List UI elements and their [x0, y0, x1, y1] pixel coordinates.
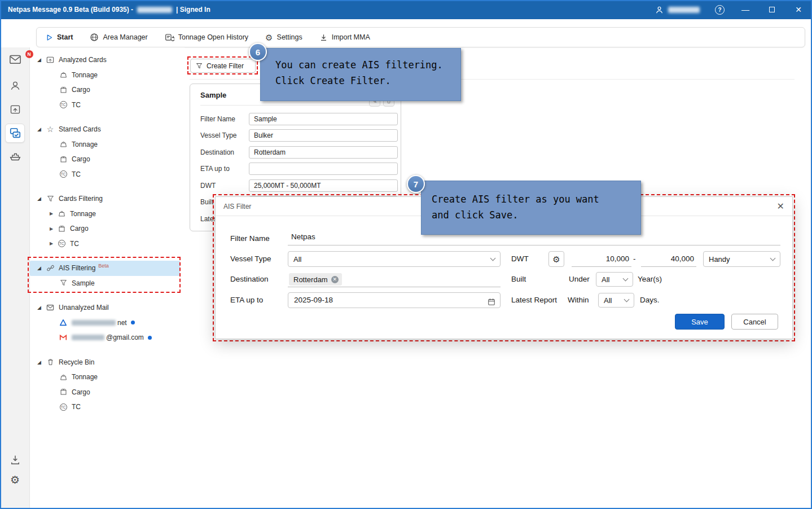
import-mma-button[interactable]: Import MMA — [319, 33, 370, 42]
start-button[interactable]: Start — [46, 33, 73, 41]
collapsed-icon[interactable]: ▶ — [50, 241, 57, 246]
sidebar-item-unanalyzed-mail[interactable]: ◢ Unanalyzed Mail — [30, 300, 185, 315]
dwt-max-input[interactable]: 40,000 — [641, 251, 696, 267]
panel-title: Sample — [200, 91, 226, 99]
collapsed-icon[interactable]: ▶ — [50, 211, 57, 216]
mail-rail-button[interactable]: N — [0, 53, 30, 68]
tonnage-open-history-button[interactable]: Tonnage Open History — [165, 33, 248, 42]
sidebar-item-tonnage[interactable]: Tonnage — [30, 370, 185, 385]
sidebar-item-label: TC — [72, 403, 81, 411]
eta-date-input[interactable]: 2025-09-18 — [288, 292, 501, 308]
redacted-email — [72, 335, 104, 340]
sidebar-item-label: Cargo — [72, 155, 90, 163]
sidebar-item-tonnage[interactable]: Tonnage — [30, 137, 185, 152]
sidebar-item-label: TC — [70, 240, 79, 248]
redacted-username — [668, 7, 700, 13]
account-menu[interactable] — [655, 5, 700, 15]
trash-icon — [46, 358, 55, 366]
field-label: Destination — [200, 148, 249, 156]
sidebar-item-mail-account-1[interactable]: net — [30, 315, 185, 331]
unread-indicator — [148, 336, 152, 340]
filter-name-input[interactable]: Sample — [249, 113, 398, 125]
tonnage-icon — [59, 374, 68, 381]
settings-button[interactable]: ⚙ Settings — [265, 33, 302, 42]
close-icon[interactable]: ✕ — [777, 201, 784, 212]
filter-icon — [59, 279, 68, 287]
latest-report-select[interactable]: All — [598, 293, 634, 308]
calendar-icon[interactable] — [488, 296, 495, 311]
expand-icon[interactable]: ◢ — [37, 196, 46, 201]
remove-destination-icon[interactable]: ✕ — [331, 276, 339, 283]
sidebar-item-cargo[interactable]: Cargo — [30, 82, 185, 98]
expand-icon[interactable]: ◢ — [37, 126, 46, 132]
sidebar-item-mail-account-2[interactable]: @gmail.com — [30, 330, 185, 345]
sidebar-item-cards-filtering[interactable]: ◢ Cards Filtering — [30, 191, 185, 207]
globe-icon — [90, 33, 99, 42]
expand-icon[interactable]: ◢ — [37, 305, 46, 310]
eta-input[interactable] — [249, 163, 398, 175]
dwt-settings-button[interactable]: ⚙ — [548, 251, 564, 267]
sidebar-item-tc[interactable]: TC TC — [30, 400, 185, 415]
maximize-button[interactable] — [766, 4, 778, 15]
step-7-marker: 7 — [407, 175, 425, 193]
sidebar-item-cargo[interactable]: Cargo — [30, 385, 185, 400]
callout-step-7: Create AIS filter as you want and click … — [421, 181, 641, 235]
expand-icon[interactable]: ◢ — [37, 265, 46, 271]
dwt-input[interactable]: 25,000MT - 50,000MT — [249, 179, 398, 192]
sidebar-item-starred-cards[interactable]: ◢ ☆ Starred Cards — [30, 122, 185, 137]
sidebar-item-tc[interactable]: ▶ TC TC — [30, 236, 185, 252]
chevron-down-icon — [624, 297, 630, 302]
sidebar-item-tonnage[interactable]: Tonnage — [30, 68, 185, 83]
field-label: ETA up to — [200, 165, 249, 173]
close-button[interactable]: ✕ — [793, 4, 804, 15]
notification-badge: N — [25, 50, 33, 58]
sidebar-item-ais-filtering[interactable]: ◢ AIS Filtering Beta — [30, 261, 180, 276]
titlebar: Netpas Message 0.9 Beta (Build 0935) - |… — [0, 0, 812, 19]
gear-icon: ⚙ — [552, 255, 560, 264]
save-button[interactable]: Save — [675, 314, 725, 330]
dwt-size-select[interactable]: Handy — [703, 251, 780, 267]
dialog-title: AIS Filter — [223, 197, 251, 216]
sidebar-item-label: TC — [72, 101, 81, 109]
dwt-label: DWT — [511, 254, 529, 263]
built-select[interactable]: All — [596, 272, 633, 287]
ship-rail-button[interactable] — [0, 150, 30, 163]
sidebar-item-recycle-bin[interactable]: ◢ Recycle Bin — [30, 355, 185, 370]
sidebar: ◢ Analyzed Cards Tonnage Cargo TC TC ◢ ☆… — [30, 47, 185, 509]
cancel-button[interactable]: Cancel — [731, 314, 778, 330]
sidebar-item-label: net — [117, 319, 127, 327]
app-title-text: Netpas Message 0.9 Beta (Build 0935) - — [8, 6, 133, 14]
sidebar-item-cargo[interactable]: Cargo — [30, 152, 185, 167]
vessel-type-select[interactable]: All — [288, 251, 501, 267]
contacts-rail-button[interactable] — [0, 80, 30, 91]
latest-report-prefix: Within — [568, 296, 589, 304]
expand-icon[interactable]: ◢ — [37, 359, 46, 365]
destination-tag: Rotterdam ✕ — [289, 273, 342, 286]
cards-rail-button-selected[interactable] — [5, 124, 25, 143]
download-rail-button[interactable] — [0, 454, 30, 466]
mail-icon — [46, 304, 55, 311]
collapsed-icon[interactable]: ▶ — [50, 226, 57, 231]
redacted-account-name — [137, 7, 172, 13]
sidebar-item-tonnage[interactable]: ▶ Tonnage — [30, 207, 185, 222]
eta-label: ETA up to — [230, 296, 263, 304]
minimize-button[interactable]: — — [740, 4, 751, 15]
sidebar-item-analyzed-cards[interactable]: ◢ Analyzed Cards — [30, 52, 185, 68]
sidebar-item-sample-filter[interactable]: Sample — [30, 276, 185, 291]
analyzed-rail-button[interactable] — [0, 104, 30, 115]
area-manager-button[interactable]: Area Manager — [90, 33, 147, 42]
destination-input[interactable]: Rotterdam — [249, 146, 398, 159]
sidebar-item-tc[interactable]: TC TC — [30, 167, 185, 182]
dwt-min-input[interactable]: 10,000 — [572, 251, 631, 267]
dwt-range-separator: - — [633, 254, 636, 263]
mail-icon — [9, 53, 21, 65]
tc-icon: TC — [59, 101, 68, 108]
create-filter-button[interactable]: Create Filter — [190, 59, 256, 73]
sidebar-item-tc[interactable]: TC TC — [30, 98, 185, 113]
vessel-type-label: Vessel Type — [230, 254, 271, 263]
settings-rail-button[interactable]: ⚙ — [0, 475, 30, 485]
help-button[interactable]: ? — [715, 5, 725, 15]
vessel-type-input[interactable]: Bulker — [249, 129, 398, 142]
sidebar-item-cargo[interactable]: ▶ Cargo — [30, 221, 185, 236]
expand-icon[interactable]: ◢ — [37, 57, 46, 63]
